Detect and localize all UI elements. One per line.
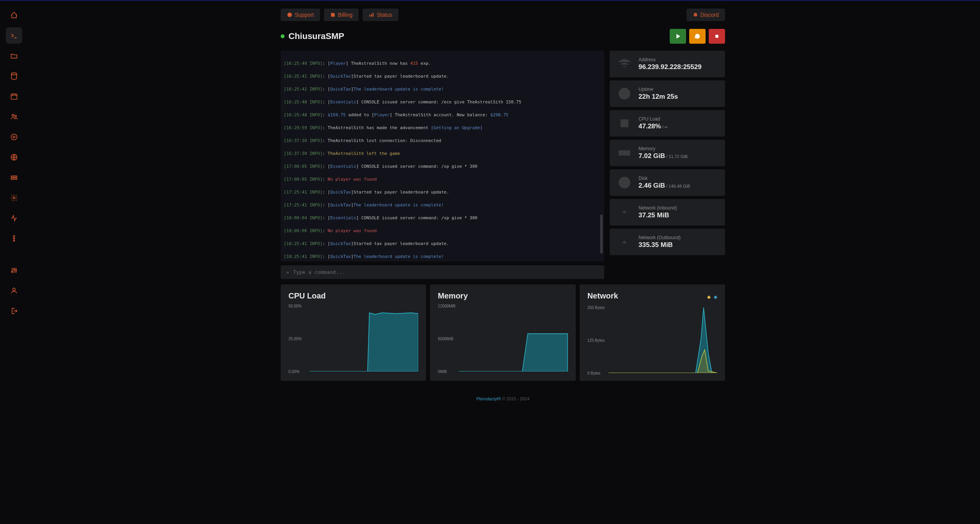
charts-row: CPU Load 50.00% 25.00% 0.00% Memory 1200…: [281, 284, 725, 381]
svg-rect-23: [716, 35, 718, 38]
clock-icon: [617, 86, 632, 101]
svg-rect-7: [11, 176, 17, 177]
svg-rect-27: [619, 150, 630, 155]
stats-column: Address96.239.92.228:25529 Uptime22h 12m…: [610, 51, 725, 279]
stat-cpu: CPU Load47.28% / ∞: [610, 110, 725, 137]
cloud-download-icon: ◆: [707, 294, 711, 300]
svg-point-5: [13, 136, 15, 138]
nav-schedules[interactable]: [6, 88, 22, 105]
console-scrollbar[interactable]: [600, 215, 603, 254]
memory-chart: Memory 12000MiB 6000MiB 0MiB: [430, 284, 575, 381]
svg-point-16: [13, 288, 16, 291]
svg-point-14: [13, 268, 14, 270]
nav-backups[interactable]: [6, 129, 22, 145]
nav-logout[interactable]: [6, 303, 22, 319]
status-link[interactable]: Status: [363, 9, 398, 21]
svg-rect-19: [371, 14, 372, 17]
server-header: ChiusuraSMP: [281, 29, 725, 44]
svg-rect-20: [373, 13, 373, 16]
svg-point-15: [15, 270, 16, 271]
svg-rect-18: [370, 15, 370, 17]
cpu-chart: CPU Load 50.00% 25.00% 0.00%: [281, 284, 426, 381]
nav-more[interactable]: [6, 230, 22, 247]
start-button[interactable]: [670, 29, 686, 44]
nav-users[interactable]: [6, 108, 22, 125]
svg-point-29: [623, 181, 626, 184]
svg-point-3: [15, 115, 16, 117]
svg-rect-26: [623, 121, 626, 125]
svg-rect-1: [11, 94, 17, 99]
support-label: Support: [295, 12, 314, 18]
nav-home[interactable]: [6, 7, 22, 23]
status-dot-online: [281, 34, 285, 38]
stat-disk: Disk2.46 GiB / 146.48 GiB: [610, 169, 725, 196]
download-icon: [617, 204, 632, 220]
billing-link[interactable]: Billing: [324, 9, 359, 21]
wifi-icon: [617, 56, 632, 72]
svg-rect-8: [11, 178, 17, 179]
main-content: Support Billing Status Discord ChiusuraS…: [265, 1, 741, 401]
console-output: [16:25:40 INFO]: [Player] TheAstrealSith…: [281, 51, 604, 261]
stat-address: Address96.239.92.228:25529: [610, 51, 725, 77]
restart-button[interactable]: [689, 29, 706, 44]
svg-point-21: [694, 14, 695, 15]
svg-point-11: [13, 238, 14, 239]
svg-point-4: [11, 134, 17, 140]
nav-console[interactable]: [6, 27, 22, 44]
nav-settings[interactable]: [6, 190, 22, 206]
command-input[interactable]: [293, 269, 599, 275]
cpu-icon: [617, 115, 632, 131]
discord-link[interactable]: Discord: [686, 9, 725, 21]
sidebar: [0, 1, 28, 524]
svg-point-2: [12, 114, 14, 116]
svg-point-22: [695, 14, 696, 15]
status-label: Status: [377, 12, 392, 18]
footer-link[interactable]: Pterodactyl®: [476, 396, 501, 401]
footer: Pterodactyl® © 2015 - 2024: [281, 396, 725, 401]
support-link[interactable]: Support: [281, 9, 320, 21]
topbar: Support Billing Status Discord: [281, 5, 725, 29]
stat-memory: Memory7.02 GiB / 11.72 GiB: [610, 140, 725, 166]
svg-point-9: [13, 197, 15, 199]
disk-icon: [617, 175, 632, 190]
nav-databases[interactable]: [6, 68, 22, 84]
billing-label: Billing: [338, 12, 352, 18]
nav-startup[interactable]: [6, 169, 22, 186]
upload-icon: [617, 234, 632, 250]
svg-point-10: [13, 236, 14, 237]
memory-icon: [617, 145, 632, 161]
server-name: ChiusuraSMP: [288, 31, 344, 41]
stat-net-in: Network (Inbound)37.25 MiB: [610, 199, 725, 226]
nav-activity[interactable]: [6, 210, 22, 226]
cloud-upload-icon: ◆: [714, 294, 717, 300]
stop-button[interactable]: [709, 29, 725, 44]
nav-network[interactable]: [6, 149, 22, 165]
svg-point-0: [11, 73, 16, 75]
command-input-box: »: [281, 265, 604, 279]
command-prefix-icon: »: [286, 269, 289, 275]
nav-sliders[interactable]: [6, 262, 22, 279]
nav-files[interactable]: [6, 48, 22, 64]
stat-net-out: Network (Outbound)335.35 MiB: [610, 229, 725, 255]
stat-uptime: Uptime22h 12m 25s: [610, 80, 725, 107]
nav-account[interactable]: [6, 282, 22, 299]
network-chart: Network ◆◆ 250 Bytes 125 Bytes 0 Bytes: [580, 284, 725, 381]
svg-point-13: [11, 271, 12, 272]
discord-label: Discord: [701, 12, 719, 18]
svg-point-12: [13, 240, 14, 241]
